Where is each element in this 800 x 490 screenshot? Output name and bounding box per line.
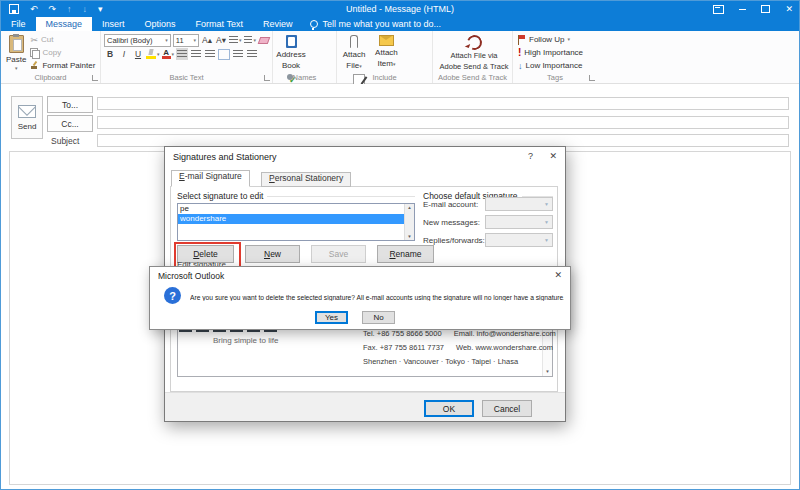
tab-email-signature[interactable]: E-mail Signature: [171, 170, 250, 187]
low-importance-icon: ↓: [518, 61, 523, 71]
help-icon[interactable]: ?: [528, 151, 533, 161]
customize-qat-icon[interactable]: ▾: [98, 1, 103, 17]
save-icon[interactable]: [9, 4, 19, 14]
chevron-down-icon: ▼: [544, 219, 549, 225]
increase-indent-icon: [247, 50, 257, 58]
address-book-button[interactable]: Address Book: [276, 33, 306, 72]
chevron-down-icon: ▼: [544, 237, 549, 243]
list-scrollbar[interactable]: ▲ ▼: [404, 204, 414, 240]
new-label: New: [264, 249, 281, 259]
clipboard-dialog-launcher-icon[interactable]: [92, 75, 98, 81]
follow-up-button[interactable]: Follow Up ▾: [516, 33, 595, 46]
font-size-combo[interactable]: 11 ▾: [173, 34, 199, 47]
font-color-button[interactable]: A▾: [162, 48, 175, 60]
subject-label: Subject: [51, 136, 79, 146]
decrease-indent-button[interactable]: [232, 48, 244, 60]
rename-button[interactable]: Rename: [377, 245, 434, 263]
tab-personal-stationery[interactable]: Personal Stationery: [261, 172, 351, 187]
to-input[interactable]: [97, 97, 789, 110]
adobe-send-track-icon: [464, 33, 484, 53]
tab-options[interactable]: Options: [135, 17, 186, 31]
cc-input[interactable]: [97, 116, 789, 129]
send-button[interactable]: Send: [11, 96, 43, 139]
scroll-down-icon[interactable]: ▼: [545, 369, 549, 374]
to-button[interactable]: To...: [47, 96, 93, 113]
shrink-font-button[interactable]: A▾: [215, 34, 227, 46]
tab-format-text[interactable]: Format Text: [186, 17, 253, 31]
attach-item-button[interactable]: Attach Item▾: [372, 33, 400, 70]
close-icon[interactable]: ✕: [785, 1, 793, 17]
paste-button[interactable]: Paste ▾: [4, 33, 28, 73]
font-name-combo[interactable]: Calibri (Body) ▾: [104, 34, 171, 47]
list-item[interactable]: pe: [178, 204, 414, 214]
text-highlight-button[interactable]: ▾: [146, 48, 160, 60]
no-button[interactable]: No: [362, 311, 395, 324]
italic-button[interactable]: I: [118, 48, 130, 60]
chevron-down-icon: ▾: [172, 52, 175, 57]
copy-button[interactable]: Copy: [28, 46, 97, 59]
new-button[interactable]: New: [245, 245, 300, 263]
cancel-button[interactable]: Cancel: [482, 400, 532, 417]
tab-review[interactable]: Review: [253, 17, 303, 31]
justify-button[interactable]: [218, 48, 230, 60]
copy-label: Copy: [42, 48, 61, 57]
adobe-label-2: Adobe Send & Track: [440, 63, 509, 72]
email-account-label: E-mail account:: [423, 200, 478, 209]
minimize-icon[interactable]: [739, 9, 746, 10]
adobe-send-track-button[interactable]: Attach File via Adobe Send & Track: [436, 33, 512, 73]
adobe-group: Attach File via Adobe Send & Track Adobe…: [433, 31, 513, 83]
tab-message[interactable]: Message: [36, 17, 93, 31]
increase-indent-button[interactable]: [246, 48, 258, 60]
high-importance-button[interactable]: ! High Importance: [516, 46, 595, 59]
align-right-button[interactable]: [204, 48, 216, 60]
cc-button[interactable]: Cc...: [47, 115, 93, 132]
align-center-button[interactable]: [190, 48, 202, 60]
bullets-button[interactable]: ▾: [229, 34, 241, 46]
scroll-down-icon[interactable]: ▼: [407, 234, 411, 239]
save-button: Save: [311, 245, 366, 263]
signature-line-2: Fax. +87 755 8611 7737 Web. www.wondersh…: [363, 343, 553, 352]
basic-text-group-label: Basic Text: [101, 73, 272, 82]
confirm-message: Are you sure you want to delete the sele…: [190, 294, 564, 301]
list-item-selected[interactable]: wondershare: [178, 214, 414, 224]
tab-file[interactable]: File: [1, 17, 36, 31]
maximize-icon[interactable]: [761, 5, 770, 13]
close-icon[interactable]: ✕: [549, 151, 557, 161]
tags-dialog-launcher-icon[interactable]: [589, 75, 595, 81]
close-icon[interactable]: ✕: [554, 270, 562, 280]
tab-insert[interactable]: Insert: [92, 17, 135, 31]
tags-group: Follow Up ▾ ! High Importance ↓ Low Impo…: [513, 31, 597, 83]
bold-button[interactable]: B: [104, 48, 116, 60]
bullets-icon: [229, 36, 238, 44]
tell-me-box[interactable]: Tell me what you want to do...: [302, 17, 449, 31]
format-painter-button[interactable]: Format Painter: [28, 59, 97, 72]
undo-icon[interactable]: ↶: [30, 1, 38, 17]
chevron-down-icon: ▾: [239, 38, 242, 43]
lightbulb-icon: [310, 20, 318, 28]
low-importance-button[interactable]: ↓ Low Importance: [516, 59, 595, 72]
save-label: Save: [329, 249, 348, 259]
scroll-up-icon[interactable]: ▲: [407, 205, 411, 210]
grow-font-button[interactable]: A▴: [201, 34, 213, 46]
send-label: Send: [18, 122, 37, 131]
signature-line-3: Shenzhen · Vancouver · Tokyo · Taipei · …: [363, 357, 518, 366]
text-highlight-icon: [146, 49, 156, 59]
redo-icon[interactable]: ↷: [49, 1, 57, 17]
clear-formatting-button[interactable]: [258, 34, 270, 46]
cut-button[interactable]: ✂ Cut: [28, 33, 97, 46]
numbering-button[interactable]: ▾: [244, 34, 256, 46]
question-icon: ?: [164, 287, 181, 304]
signature-list[interactable]: pe wondershare ▲ ▼: [177, 203, 415, 241]
follow-up-label: Follow Up: [529, 35, 565, 44]
align-left-button[interactable]: [176, 48, 188, 60]
ribbon-display-options-icon[interactable]: [713, 5, 724, 14]
chevron-down-icon: ▾: [359, 63, 362, 69]
yes-button[interactable]: Yes: [315, 311, 348, 324]
basic-text-dialog-launcher-icon[interactable]: [264, 75, 270, 81]
attach-file-button[interactable]: Attach File▾: [340, 33, 368, 72]
ribbon: Paste ▾ ✂ Cut Copy Format Painter: [1, 31, 799, 84]
ok-button[interactable]: OK: [424, 400, 474, 417]
outlook-message-window: ↶ ↷ ↑ ↓ ▾ Untitled - Message (HTML) ✕ Fi…: [0, 0, 800, 490]
confirm-delete-dialog: Microsoft Outlook ✕ ? Are you sure you w…: [149, 266, 571, 330]
underline-button[interactable]: U: [132, 48, 144, 60]
